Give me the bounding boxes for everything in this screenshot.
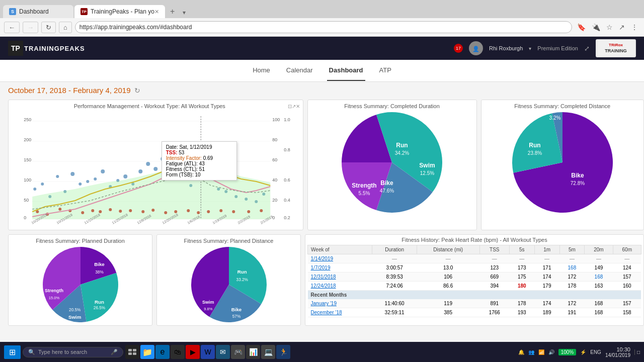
edge-button[interactable]: e	[155, 345, 170, 359]
tp-taskbar-button[interactable]: 🏃	[276, 345, 290, 359]
share-icon[interactable]: ↗	[617, 22, 627, 32]
tab-tp-label: TrainingPeaks - Plan yo	[91, 8, 154, 15]
svg-point-38	[94, 177, 97, 180]
planned-distance-svg: Run 33.2% Bike 57% Swim 9.8%	[186, 247, 272, 322]
week-link[interactable]: 1/7/2019	[308, 263, 372, 273]
tab-menu-button[interactable]: ▾	[179, 7, 190, 18]
tooltip-date-value: Sat, 1/12/2019	[179, 144, 212, 150]
svg-point-45	[146, 162, 150, 166]
heart-rate-table-container[interactable]: Week of Duration Distance (mi) TSS 5s 1m…	[307, 245, 641, 317]
browser-toolbar: ← → ↻ ⌂ 🔖 🔌 ☆ ↗ ⋮	[0, 18, 644, 37]
svg-point-31	[41, 183, 44, 186]
planned-duration-svg: Bike 38% Run 26.5% Swim 20.5% Strength 1…	[38, 247, 123, 322]
chart-tooltip: Date: Sat, 1/12/2019 TSS: 53 Intensity F…	[162, 141, 237, 180]
clock[interactable]: 10:30 14/01/2019	[605, 346, 630, 358]
tooltip-if-label: Intensity Factor:	[166, 155, 202, 161]
nav-atp[interactable]: ATP	[377, 60, 393, 81]
browser-chrome: S Dashboard TP TrainingPeaks - Plan yo ✕…	[0, 0, 644, 37]
nav-links: Home Calendar Dashboard ATP	[251, 60, 393, 81]
back-button[interactable]: ←	[4, 22, 20, 33]
tab-dashboard-label: Dashboard	[19, 8, 49, 15]
planned-distance-panel: Fitness Summary: Planned Distance Run 33…	[156, 234, 301, 326]
tab-dashboard[interactable]: S Dashboard	[3, 5, 73, 18]
star-icon[interactable]: ☆	[604, 22, 615, 32]
app9-button[interactable]: 💻	[261, 345, 275, 359]
sound-icon[interactable]: 🔊	[548, 349, 554, 355]
dashboard-favicon: S	[9, 8, 16, 15]
completed-distance-title: Fitness Summary: Completed Distance	[485, 103, 640, 109]
section-label: Recent Months	[308, 291, 641, 300]
reload-button[interactable]: ↻	[41, 22, 56, 33]
app8-button[interactable]: 📊	[246, 345, 260, 359]
planned-distance-pie: Run 33.2% Bike 57% Swim 9.8%	[160, 247, 297, 322]
week-link[interactable]: 1/14/2019	[308, 254, 372, 263]
svg-rect-122	[133, 352, 136, 355]
search-bar[interactable]: 🔍 Type here to search 🎤	[23, 347, 123, 357]
refresh-button[interactable]: ↻	[134, 86, 140, 95]
new-tab-button[interactable]: +	[166, 5, 179, 18]
forward-button[interactable]: →	[23, 22, 38, 33]
tab-close-icon[interactable]: ✕	[154, 9, 159, 15]
extensions-icon[interactable]: 🔌	[590, 22, 602, 32]
people-icon[interactable]: 👥	[528, 349, 534, 355]
completed-distance-pie: Bike 72.8% Run 23.8% 3.2%	[485, 112, 640, 213]
tab-bar: S Dashboard TP TrainingPeaks - Plan yo ✕…	[0, 0, 644, 18]
svg-text:50: 50	[24, 198, 29, 203]
media-button[interactable]: ▶	[186, 345, 200, 359]
planned-duration-panel: Fitness Summary: Planned Duration Bike 3…	[8, 234, 152, 326]
completed-distance-panel: Fitness Summary: Completed Distance Bike…	[481, 100, 644, 230]
svg-text:72.8%: 72.8%	[571, 180, 585, 186]
taskbar: ⊞ 🔍 Type here to search 🎤 📁 e 🛍 ▶ W ✉ 🎮 …	[0, 342, 644, 362]
week-link[interactable]: January '19	[308, 299, 372, 308]
app7-button[interactable]: 🎮	[231, 345, 245, 359]
store-button[interactable]: 🛍	[171, 345, 185, 359]
nav-dashboard[interactable]: Dashboard	[327, 60, 365, 81]
svg-text:Run: Run	[237, 269, 247, 275]
svg-text:Bike: Bike	[380, 179, 393, 187]
expand-chart-icon[interactable]: ⊡	[288, 104, 292, 109]
week-link[interactable]: 12/24/2018	[308, 282, 372, 291]
show-desktop-button[interactable]: □	[634, 349, 640, 355]
file-explorer-button[interactable]: 📁	[140, 345, 154, 359]
user-dropdown-icon[interactable]: ▾	[529, 46, 531, 51]
heart-rate-table: Week of Duration Distance (mi) TSS 5s 1m…	[307, 245, 641, 317]
svg-text:100: 100	[24, 177, 31, 183]
col-60m: 60m	[613, 245, 641, 254]
bookmark-icon[interactable]: 🔖	[575, 22, 588, 32]
svg-rect-120	[133, 349, 136, 351]
col-distance: Distance (mi)	[417, 245, 479, 254]
training-logo: TRiRox TRAINING	[596, 39, 636, 57]
taskview-button[interactable]	[125, 345, 139, 359]
home-button[interactable]: ⌂	[59, 22, 72, 33]
svg-text:15.0%: 15.0%	[48, 296, 59, 300]
col-20m: 20m	[585, 245, 613, 254]
week-link[interactable]: 12/31/2018	[308, 273, 372, 282]
svg-text:60: 60	[272, 157, 277, 162]
popout-chart-icon[interactable]: ↗	[292, 104, 296, 109]
week-link[interactable]: December '18	[308, 308, 372, 317]
svg-text:Run: Run	[95, 299, 104, 305]
tooltip-fitness: Fitness (CTL): 51	[166, 166, 232, 172]
word-button[interactable]: W	[201, 345, 215, 359]
table-header-row: Week of Duration Distance (mi) TSS 5s 1m…	[308, 245, 641, 254]
menu-icon[interactable]: ⋮	[629, 22, 640, 32]
start-button[interactable]: ⊞	[4, 345, 21, 359]
expand-icon[interactable]: ⤢	[584, 45, 590, 52]
main-nav: Home Calendar Dashboard ATP	[0, 60, 644, 82]
tooltip-form: Form (TSB): 10	[166, 172, 232, 177]
mail-button[interactable]: ✉	[216, 345, 230, 359]
heart-rate-title: Fitness History: Peak Heart Rate (bpm) -…	[307, 237, 641, 243]
notification-icon[interactable]: 🔔	[518, 349, 524, 355]
svg-text:34.2%: 34.2%	[395, 150, 409, 156]
close-chart-icon[interactable]: ✕	[296, 104, 300, 109]
network-icon[interactable]: 📶	[538, 349, 544, 355]
tab-trainingpeaks[interactable]: TP TrainingPeaks - Plan yo ✕	[74, 5, 165, 18]
svg-text:0.8: 0.8	[284, 147, 290, 152]
address-bar[interactable]	[75, 21, 572, 33]
chart-container: 250 200 150 100 50 0 100 80 60 40 20 0 1…	[12, 111, 300, 227]
nav-home[interactable]: Home	[251, 60, 272, 81]
tooltip-tss: TSS: 53	[166, 150, 232, 155]
tooltip-if-value: 0.69	[203, 155, 213, 161]
nav-calendar[interactable]: Calendar	[284, 60, 315, 81]
svg-text:👤: 👤	[472, 45, 479, 52]
